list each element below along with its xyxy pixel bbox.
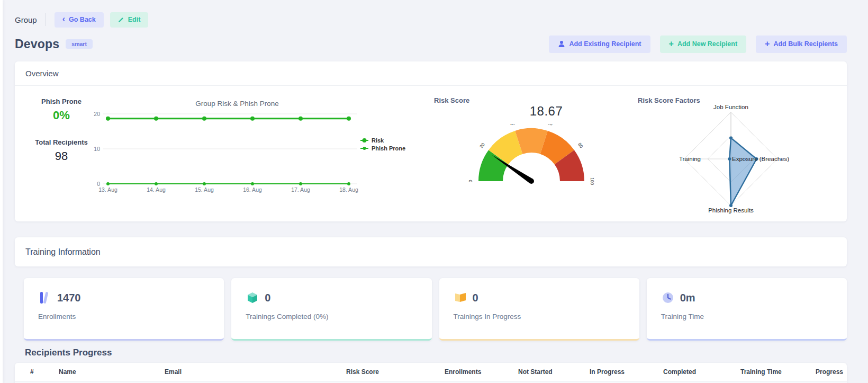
chevron-left-icon: ‹ xyxy=(62,15,65,23)
column-header-in-progress: In Progress xyxy=(590,368,663,376)
svg-text:80: 80 xyxy=(577,142,584,149)
training-time-value: 0m xyxy=(680,292,695,304)
app-left-edge xyxy=(0,0,3,383)
page-title: Devops xyxy=(15,37,59,51)
books-icon xyxy=(38,291,52,305)
plus-icon: + xyxy=(669,40,674,48)
svg-text:Job Function: Job Function xyxy=(713,104,748,110)
svg-text:0: 0 xyxy=(468,180,473,182)
risk-score-label: Risk Score xyxy=(434,96,469,104)
column-header-enrollments: Enrollments xyxy=(445,368,518,376)
line-chart-title: Group Risk & Phish Prone xyxy=(87,100,387,108)
clock-icon xyxy=(661,291,675,305)
svg-text:Exposure (Breaches): Exposure (Breaches) xyxy=(732,156,789,162)
phish-prone-label: Phish Prone xyxy=(26,97,96,105)
training-time-card: 0m Training Time xyxy=(647,278,847,341)
overview-card: Overview Phish Prone 0% Total Recipients… xyxy=(15,61,847,221)
enrollments-card: 1470 Enrollments xyxy=(24,278,224,341)
training-information-header: Training Information xyxy=(15,237,847,266)
add-existing-recipient-button[interactable]: Add Existing Recipient xyxy=(549,35,650,53)
svg-text:20: 20 xyxy=(478,141,486,149)
recipients-table: # Name Email Risk Score Enrollments Not … xyxy=(15,363,847,383)
go-back-button[interactable]: ‹ Go Back xyxy=(55,12,104,28)
plus-icon: + xyxy=(765,40,770,48)
svg-text:Risk: Risk xyxy=(372,137,384,144)
svg-text:17. Aug: 17. Aug xyxy=(291,186,310,193)
recipients-table-header: # Name Email Risk Score Enrollments Not … xyxy=(15,363,847,381)
trainings-in-progress-value: 0 xyxy=(473,292,478,304)
title-row: Devops smart Add Existing Recipient + Ad… xyxy=(15,34,847,54)
svg-text:16. Aug: 16. Aug xyxy=(243,186,262,193)
total-recipients-value: 98 xyxy=(26,149,96,163)
svg-text:20: 20 xyxy=(94,111,100,117)
open-book-icon xyxy=(454,291,467,305)
trainings-completed-value: 0 xyxy=(265,292,270,304)
svg-text:18. Aug: 18. Aug xyxy=(339,186,358,193)
svg-text:Phish Prone: Phish Prone xyxy=(372,145,405,152)
divider xyxy=(46,13,46,26)
pencil-icon xyxy=(118,16,124,23)
enrollments-label: Enrollments xyxy=(38,313,210,320)
group-risk-line-chart: 0102013. Aug14. Aug15. Aug16. Aug17. Aug… xyxy=(87,110,431,197)
column-header-progress: Progress xyxy=(816,368,847,376)
risk-score-factors-radar: Job FunctionExposure (Breaches)Phishing … xyxy=(656,102,810,219)
smart-badge: smart xyxy=(66,39,93,49)
column-header-risk-score: Risk Score xyxy=(346,368,445,376)
training-stat-row: 1470 Enrollments 0 Trainings Completed (… xyxy=(24,278,847,341)
svg-text:Phishing Results: Phishing Results xyxy=(708,207,754,213)
column-header-training-time: Training Time xyxy=(740,368,816,376)
section-label: Group xyxy=(15,15,37,24)
training-time-label: Training Time xyxy=(661,313,833,320)
svg-text:13. Aug: 13. Aug xyxy=(98,186,117,193)
svg-text:Training: Training xyxy=(679,156,701,162)
enrollments-value: 1470 xyxy=(57,292,81,304)
svg-text:15. Aug: 15. Aug xyxy=(195,186,214,193)
add-new-recipient-button[interactable]: + Add New Recipient xyxy=(660,35,747,53)
trainings-in-progress-label: Trainings In Progress xyxy=(454,313,625,320)
user-icon xyxy=(558,40,565,48)
overview-header: Overview xyxy=(15,61,847,86)
svg-text:100: 100 xyxy=(590,177,595,185)
svg-text:10: 10 xyxy=(94,146,100,152)
total-recipients-label: Total Recipients xyxy=(26,138,96,146)
risk-score-gauge: 020406080100 xyxy=(452,124,611,203)
column-header-not-started: Not Started xyxy=(518,368,590,376)
svg-text:40: 40 xyxy=(509,124,516,127)
overview-stats: Phish Prone 0% Total Recipients 98 xyxy=(26,97,96,163)
column-header-name: Name xyxy=(59,368,165,376)
cube-icon xyxy=(246,291,259,305)
recipients-progress-heading: Recipients Progress xyxy=(25,348,847,358)
svg-text:60: 60 xyxy=(547,124,553,127)
phish-prone-value: 0% xyxy=(26,109,96,122)
column-header-email: Email xyxy=(165,368,346,376)
top-bar: Group ‹ Go Back Edit xyxy=(15,12,847,28)
svg-text:14. Aug: 14. Aug xyxy=(147,186,166,193)
column-header-completed: Completed xyxy=(663,368,740,376)
trainings-completed-label: Trainings Completed (0%) xyxy=(246,313,417,320)
column-header-index: # xyxy=(30,368,59,376)
add-bulk-recipients-button[interactable]: + Add Bulk Recipients xyxy=(756,35,847,53)
trainings-in-progress-card: 0 Trainings In Progress xyxy=(439,278,639,341)
page-content: Group ‹ Go Back Edit Devops smart Add Ex… xyxy=(0,12,868,383)
trainings-completed-card: 0 Trainings Completed (0%) xyxy=(231,278,431,341)
risk-score-value: 18.67 xyxy=(478,104,614,119)
edit-button[interactable]: Edit xyxy=(110,12,149,28)
svg-text:0: 0 xyxy=(97,181,100,187)
